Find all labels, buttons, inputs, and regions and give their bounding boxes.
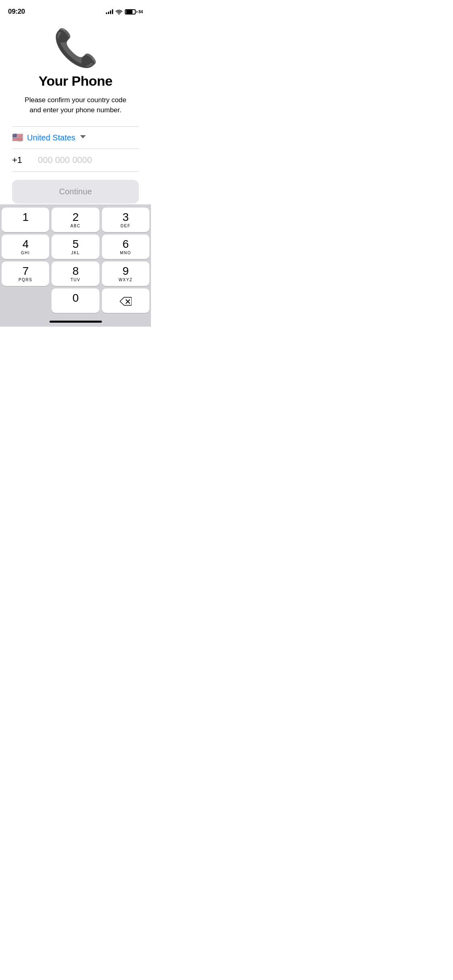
key-7[interactable]: 7 PQRS <box>2 261 49 286</box>
phone-icon: 📞 <box>53 30 98 66</box>
country-name: United States <box>27 133 75 142</box>
home-indicator <box>50 321 102 323</box>
keyboard-row-3: 7 PQRS 8 TUV 9 WXYZ <box>2 261 149 286</box>
wifi-icon <box>116 9 122 14</box>
battery-icon: 84 <box>125 9 143 14</box>
main-content: 📞 Your Phone Please confirm your country… <box>0 18 151 204</box>
key-2[interactable]: 2 ABC <box>52 208 99 232</box>
continue-button[interactable]: Continue <box>12 180 139 204</box>
keyboard-row-4: 0 <box>2 288 149 313</box>
phone-number-input[interactable] <box>38 155 149 165</box>
page-title: Your Phone <box>39 73 112 89</box>
key-empty <box>2 288 49 313</box>
key-8[interactable]: 8 TUV <box>52 261 99 286</box>
key-5[interactable]: 5 JKL <box>52 235 99 259</box>
page-subtitle: Please confirm your country codeand ente… <box>25 95 126 115</box>
status-bar: 09:20 84 <box>0 0 151 18</box>
signal-icon <box>106 9 113 14</box>
chevron-down-icon <box>80 135 86 138</box>
country-selector[interactable]: 🇺🇸 United States <box>12 127 139 148</box>
country-code: +1 <box>12 155 32 165</box>
key-9[interactable]: 9 WXYZ <box>102 261 149 286</box>
key-6[interactable]: 6 MNO <box>102 235 149 259</box>
delete-icon <box>120 297 132 306</box>
status-icons: 84 <box>106 9 143 14</box>
key-delete[interactable] <box>102 288 149 313</box>
home-area <box>2 315 149 325</box>
key-0[interactable]: 0 <box>52 288 99 313</box>
key-3[interactable]: 3 DEF <box>102 208 149 232</box>
keyboard-row-2: 4 GHI 5 JKL 6 MNO <box>2 235 149 259</box>
key-1[interactable]: 1 <box>2 208 49 232</box>
status-time: 09:20 <box>8 8 25 16</box>
keyboard-row-1: 1 2 ABC 3 DEF <box>2 208 149 232</box>
key-4[interactable]: 4 GHI <box>2 235 49 259</box>
country-flag: 🇺🇸 <box>12 132 23 143</box>
phone-input-row: +1 <box>12 149 139 171</box>
bottom-divider <box>12 171 139 172</box>
keyboard: 1 2 ABC 3 DEF 4 GHI 5 JKL 6 MNO 7 PQRS <box>0 204 151 327</box>
